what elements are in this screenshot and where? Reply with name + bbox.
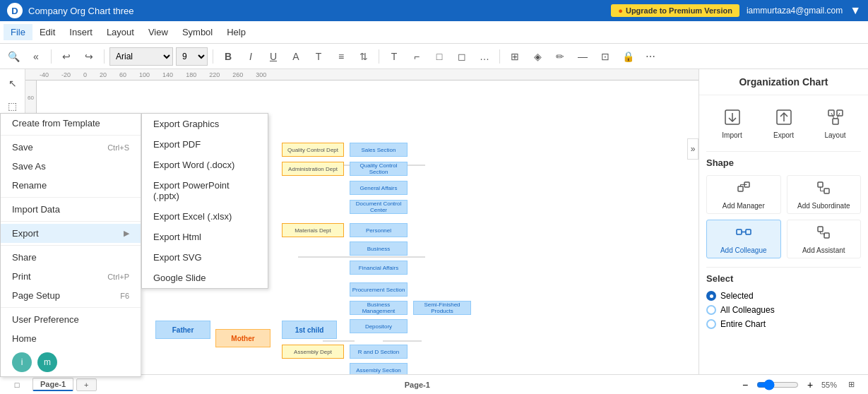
undo-button[interactable]: ↩ — [57, 47, 76, 66]
menu-edit[interactable]: Edit — [32, 24, 62, 40]
radio-entire-chart[interactable]: Entire Chart — [706, 319, 861, 329]
right-panel-collapse[interactable]: » — [687, 138, 698, 160]
underline-button[interactable]: U — [263, 47, 283, 66]
menu-import-data[interactable]: Import Data — [1, 200, 141, 219]
export-pdf[interactable]: Export PDF — [142, 134, 268, 155]
node-qc-section[interactable]: Quality Control Section — [350, 162, 408, 176]
menu-insert[interactable]: Insert — [62, 24, 100, 40]
node-r-and-d[interactable]: R and D Section — [350, 345, 408, 359]
shape-button[interactable]: □ — [429, 47, 449, 66]
export-svg[interactable]: Export SVG — [142, 247, 268, 268]
menu-rename[interactable]: Rename — [1, 176, 141, 195]
import-btn[interactable]: Import — [718, 102, 747, 143]
menu-export[interactable]: Export▶ — [1, 224, 141, 243]
node-first-child[interactable]: 1st child — [282, 321, 337, 339]
toolbar-collapse[interactable]: « — [26, 47, 46, 66]
menu-layout[interactable]: Layout — [100, 24, 141, 40]
more-shapes[interactable]: … — [475, 47, 494, 66]
tool-pointer[interactable]: ↖ — [2, 73, 23, 94]
redo-button[interactable]: ↪ — [79, 47, 99, 66]
zoom-slider[interactable] — [756, 379, 799, 390]
add-manager-btn[interactable]: Add Manager — [706, 175, 781, 214]
node-general-affairs[interactable]: General Affairs — [350, 181, 408, 195]
node-materials-dept[interactable]: Materials Dept — [282, 223, 344, 237]
select-section: Select Selected All Colleagues Entire Ch… — [706, 273, 861, 329]
more-options[interactable]: ⋯ — [641, 47, 660, 66]
font-color-button[interactable]: A — [286, 47, 306, 66]
sep — [1, 135, 141, 136]
lock-button[interactable]: 🔒 — [618, 47, 638, 66]
page-tab-1[interactable]: Page-1 — [32, 378, 73, 391]
node-assembly-section[interactable]: Assembly Section — [350, 363, 408, 374]
menu-help[interactable]: Help — [220, 24, 253, 40]
node-admin-dept[interactable]: Administration Dept — [282, 162, 344, 176]
radio-group: Selected All Colleagues Entire Chart — [706, 291, 861, 329]
export-powerpoint[interactable]: Export PowerPoint (.pptx) — [142, 175, 268, 206]
strikethrough-button[interactable]: T — [309, 47, 328, 66]
font-family-select[interactable]: Arial — [109, 47, 173, 66]
export-excel[interactable]: Export Excel (.xlsx) — [142, 206, 268, 227]
radio-all-colleagues[interactable]: All Colleagues — [706, 305, 861, 315]
add-colleague-btn[interactable]: Add Colleague — [706, 220, 781, 258]
node-semi-finished[interactable]: Semi-Finished Products — [413, 301, 471, 315]
export-word[interactable]: Export Word (.docx) — [142, 155, 268, 175]
menu-print[interactable]: PrintCtrl+P — [1, 267, 141, 286]
node-document-control[interactable]: Document Control Center — [350, 200, 408, 214]
line-color-button[interactable]: ✏ — [550, 47, 570, 66]
zoom-in-btn[interactable]: + — [803, 378, 817, 392]
export-google-slide[interactable]: Google Slide — [142, 268, 268, 288]
add-assistant-btn[interactable]: Add Assistant — [787, 220, 862, 258]
export-btn[interactable]: Export — [769, 102, 799, 143]
connection-button[interactable]: ⊡ — [595, 47, 615, 66]
node-personnel[interactable]: Personnel — [350, 223, 408, 237]
add-assistant-label: Add Assistant — [802, 246, 845, 254]
svg-rect-13 — [738, 186, 743, 191]
upgrade-button[interactable]: Upgrade to Premium Version — [611, 4, 739, 17]
export-icon — [773, 106, 795, 129]
node-financial-affairs[interactable]: Financial Affairs — [350, 261, 408, 275]
export-graphics[interactable]: Export Graphics — [142, 114, 268, 134]
menu-symbol[interactable]: Symbol — [175, 24, 220, 40]
sep4 — [1, 245, 141, 246]
node-depository[interactable]: Depository — [350, 319, 408, 333]
radio-selected[interactable]: Selected — [706, 291, 861, 301]
shape-section: Shape Add Manager Add Subordinate — [706, 157, 861, 258]
node-quality-control-dept[interactable]: Quality Control Dept — [282, 143, 344, 157]
node-assembly-dept[interactable]: Assembly Dept — [282, 345, 344, 359]
layout-btn[interactable]: Layout — [821, 102, 850, 143]
menu-view[interactable]: View — [141, 24, 175, 40]
format-button[interactable]: ◻ — [452, 47, 472, 66]
italic-button[interactable]: I — [241, 47, 261, 66]
menu-share[interactable]: Share — [1, 248, 141, 267]
account-icon[interactable]: ▼ — [850, 4, 861, 17]
menu-home[interactable]: Home — [1, 329, 141, 348]
node-sales-section[interactable]: Sales Section — [350, 143, 408, 157]
node-business[interactable]: Business — [350, 241, 408, 256]
add-page-tab[interactable]: + — [76, 378, 96, 391]
node-father[interactable]: Father — [155, 321, 210, 339]
connector-button[interactable]: ⌐ — [407, 47, 427, 66]
node-mother[interactable]: Mother — [215, 329, 270, 347]
zoom-out-btn[interactable]: − — [738, 378, 752, 392]
text-edit-button[interactable]: T — [384, 47, 404, 66]
bold-button[interactable]: B — [218, 47, 238, 66]
export-html[interactable]: Export Html — [142, 227, 268, 247]
crop-button[interactable]: ⊞ — [505, 47, 525, 66]
add-subordinate-btn[interactable]: Add Subordinate — [787, 175, 862, 214]
toolbar-search[interactable]: 🔍 — [4, 47, 23, 66]
line-style-button[interactable]: — — [573, 47, 593, 66]
node-business-mgmt[interactable]: Business Management — [350, 301, 408, 315]
page-view-btn[interactable]: □ — [7, 375, 27, 395]
menu-file[interactable]: File — [4, 24, 32, 40]
node-procurement[interactable]: Procurement Section — [350, 282, 408, 297]
fill-color-button[interactable]: ◈ — [528, 47, 547, 66]
font-size-select[interactable]: 9 — [176, 47, 208, 66]
menu-save-as[interactable]: Save As — [1, 157, 141, 176]
menu-save[interactable]: SaveCtrl+S — [1, 138, 141, 157]
menu-user-preference[interactable]: User Preference — [1, 310, 141, 329]
text-direction-button[interactable]: ⇅ — [354, 47, 374, 66]
fit-page-btn[interactable]: ⊞ — [841, 375, 861, 395]
menu-page-setup[interactable]: Page SetupF6 — [1, 286, 141, 305]
align-center-button[interactable]: ≡ — [331, 47, 351, 66]
menu-create-template[interactable]: Create from Template — [1, 114, 141, 133]
